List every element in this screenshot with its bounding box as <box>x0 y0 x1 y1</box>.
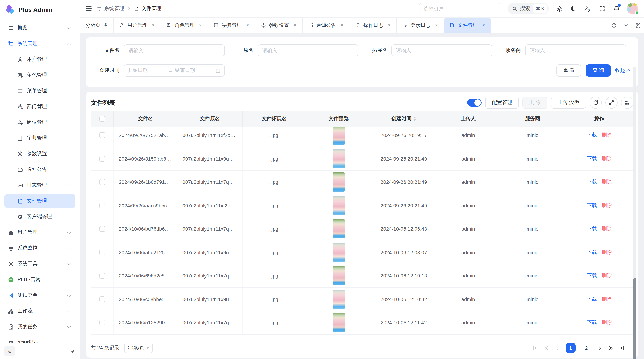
sort-created-time[interactable] <box>413 117 416 121</box>
file-preview-image[interactable] <box>333 243 344 262</box>
sidebar-item-param-settings[interactable]: 参数设置 <box>4 147 76 161</box>
breadcrumb-current[interactable]: 文件管理 <box>134 5 161 12</box>
row-checkbox[interactable] <box>99 156 105 162</box>
fullscreen-button[interactable] <box>598 5 606 12</box>
download-link[interactable]: 下载 <box>587 226 597 232</box>
file-preview-image[interactable] <box>333 173 344 192</box>
upload-button[interactable]: 上传 没做 <box>551 96 586 109</box>
row-checkbox[interactable] <box>99 226 105 232</box>
page-size-select[interactable]: 20条/页 <box>124 343 153 353</box>
original-name-input[interactable] <box>258 44 358 56</box>
sidebar-item-plus-site[interactable]: PLUS官网 <box>4 273 76 287</box>
close-icon[interactable]: ✕ <box>434 22 438 28</box>
file-name-input[interactable] <box>124 44 225 56</box>
close-icon[interactable]: ✕ <box>387 22 391 28</box>
file-preview-image[interactable] <box>333 127 344 145</box>
sidebar-item-dict-management[interactable]: 字典管理 <box>4 131 76 145</box>
content-fullscreen-button[interactable] <box>632 17 644 33</box>
delete-link[interactable]: 删除 <box>602 226 612 232</box>
sidebar-item-test-menu[interactable]: 测试菜单 <box>4 288 76 303</box>
tab-role-management[interactable]: 角色管理 ✕ <box>161 17 208 33</box>
collapse-filters-link[interactable]: 收起 <box>615 67 630 74</box>
breadcrumb-root[interactable]: 系统管理 <box>96 5 124 12</box>
file-preview-image[interactable] <box>333 266 344 286</box>
download-link[interactable]: 下载 <box>587 179 597 185</box>
page-2-button[interactable]: 2 <box>582 343 592 353</box>
avatar[interactable] <box>627 3 638 14</box>
row-checkbox[interactable] <box>99 203 105 208</box>
delete-link[interactable]: 删除 <box>602 273 612 279</box>
row-checkbox[interactable] <box>99 179 105 185</box>
sidebar-item-log-management[interactable]: DEV 日志管理 <box>4 178 76 192</box>
sidebar-item-gitee-log[interactable]: gitee记录 <box>4 336 76 343</box>
table-fullscreen-button[interactable] <box>605 96 618 109</box>
settings-button[interactable] <box>555 5 563 12</box>
sidebar-item-tenant-management[interactable]: 租户管理 <box>4 225 76 240</box>
close-icon[interactable]: ✕ <box>293 22 297 28</box>
last-page-button[interactable] <box>619 345 625 351</box>
column-setting-button[interactable] <box>621 96 633 109</box>
dark-mode-button[interactable] <box>570 5 578 12</box>
page-1-button[interactable]: 1 <box>566 343 576 353</box>
sidebar-item-system-monitor[interactable]: 系统监控 <box>4 241 76 255</box>
sidebar-item-overview[interactable]: 概览 <box>4 21 76 35</box>
close-icon[interactable]: ✕ <box>340 22 344 28</box>
extension-input[interactable] <box>392 44 492 56</box>
sidebar-item-my-tasks[interactable]: 我的任务 <box>4 320 76 334</box>
row-checkbox[interactable] <box>99 320 105 326</box>
tab-param-settings[interactable]: 参数设置 ✕ <box>255 17 302 33</box>
tab-analysis[interactable]: 分析页 <box>80 17 114 33</box>
close-icon[interactable]: ✕ <box>151 22 155 28</box>
first-page-button[interactable] <box>532 345 538 351</box>
delete-link[interactable]: 删除 <box>602 156 612 162</box>
sidebar-item-system-management[interactable]: 系统管理 <box>4 36 76 51</box>
delete-link[interactable]: 删除 <box>602 202 612 209</box>
tab-dict-management[interactable]: 字典管理 ✕ <box>208 17 256 33</box>
reset-button[interactable]: 重 置 <box>556 64 582 76</box>
download-link[interactable]: 下载 <box>587 202 597 209</box>
prev-page-button[interactable] <box>554 345 560 351</box>
tab-file-management[interactable]: 文件管理 ✕ <box>444 17 491 33</box>
file-preview-image[interactable] <box>333 196 344 215</box>
pin-sidebar-button[interactable] <box>70 348 76 354</box>
file-preview-image[interactable] <box>333 313 344 332</box>
close-icon[interactable]: ✕ <box>246 22 250 28</box>
delete-link[interactable]: 删除 <box>602 320 612 326</box>
sidebar-item-system-tools[interactable]: 系统工具 <box>4 257 76 271</box>
tab-login-log[interactable]: 登录日志 ✕ <box>397 17 444 33</box>
refresh-table-button[interactable] <box>590 96 602 109</box>
delete-link[interactable]: 删除 <box>602 179 612 185</box>
app-logo[interactable]: Plus Admin <box>0 0 80 20</box>
file-preview-image[interactable] <box>333 290 344 309</box>
download-link[interactable]: 下载 <box>587 156 597 162</box>
language-button[interactable]: 文A <box>584 5 592 12</box>
global-search[interactable]: 搜索 ⌘ K <box>508 3 549 14</box>
back-5-pages-button[interactable] <box>544 345 549 351</box>
select-all-checkbox[interactable] <box>99 116 105 122</box>
row-checkbox[interactable] <box>99 273 105 279</box>
sidebar-item-file-management[interactable]: 文件管理 <box>4 194 76 208</box>
sidebar-toggle-button[interactable] <box>86 6 92 11</box>
delete-link[interactable]: 删除 <box>602 132 612 139</box>
tenant-select-input[interactable] <box>419 3 501 14</box>
tab-user-management[interactable]: 用户管理 ✕ <box>114 17 161 33</box>
row-checkbox[interactable] <box>99 297 105 302</box>
sidebar-item-user-management[interactable]: 用户管理 <box>4 52 76 66</box>
file-preview-image[interactable] <box>333 219 344 239</box>
table-body[interactable]: 2024/09/26/77521ab… 007u2bluly1hrr11xf2o… <box>91 127 633 337</box>
search-panel-toggle[interactable] <box>467 99 482 107</box>
date-range-picker[interactable]: 开始日期 → 结束日期 <box>124 64 225 76</box>
tab-menu-button[interactable] <box>620 17 632 33</box>
search-button[interactable]: 查 询 <box>586 64 611 76</box>
download-link[interactable]: 下载 <box>587 273 597 279</box>
sidebar-item-menu-management[interactable]: 菜单管理 <box>4 84 76 98</box>
delete-button[interactable]: 删 除 <box>522 96 548 109</box>
download-link[interactable]: 下载 <box>587 249 597 256</box>
scrollbar[interactable] <box>633 66 636 358</box>
refresh-tab-button[interactable] <box>608 17 620 33</box>
row-checkbox[interactable] <box>99 250 105 255</box>
sidebar-item-workflow[interactable]: 工作流 <box>4 304 76 318</box>
config-management-button[interactable]: 配置管理 <box>485 96 519 109</box>
sidebar-item-client-management[interactable]: 客户端管理 <box>4 210 76 224</box>
download-link[interactable]: 下载 <box>587 296 597 303</box>
